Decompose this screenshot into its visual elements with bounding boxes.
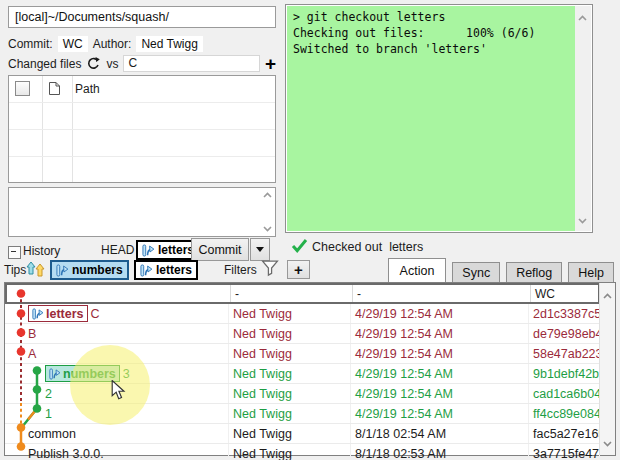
scroll-down-icon[interactable] — [262, 226, 273, 232]
working-copy-row[interactable]: - - WC — [5, 283, 600, 304]
commit-name: 2 — [45, 387, 52, 401]
wc-author: - — [231, 285, 353, 302]
add-file-button[interactable]: + — [265, 57, 276, 71]
commit-date: 4/29/19 12:54 AM — [351, 404, 529, 423]
branch-icon — [49, 368, 61, 380]
commit-date: 8/1/18 02:53 AM — [351, 444, 529, 460]
status-message: Checked out letters — [312, 240, 423, 254]
chevron-down-icon — [256, 247, 264, 252]
row-divider — [9, 156, 275, 157]
commit-hash: 2d1c3387c5 — [529, 304, 600, 323]
head-branch-name: letters — [158, 243, 194, 257]
commit-date: 4/29/19 12:54 AM — [351, 324, 529, 343]
commit-name: common — [28, 427, 76, 441]
console-line: Switched to branch 'letters' — [293, 41, 569, 57]
changed-files-table[interactable]: Path — [8, 75, 276, 183]
commit-value[interactable]: WC — [58, 36, 88, 52]
tab-help[interactable]: Help — [568, 262, 614, 282]
branch-badge[interactable]: letters — [28, 305, 88, 322]
commit-hash: fac5a27e165 — [529, 424, 600, 443]
commit-label: Commit: — [8, 37, 53, 51]
author-value[interactable]: Ned Twigg — [136, 36, 202, 52]
commit-hash: cad1ca6b04 — [529, 384, 600, 403]
wc-hash: WC — [531, 285, 602, 302]
commit-date: 8/1/18 02:54 AM — [351, 424, 529, 443]
commit-author: Ned Twigg — [229, 344, 351, 363]
commit-row[interactable]: numbers 3 Ned Twigg 4/29/19 12:54 AM 9b1… — [5, 364, 600, 384]
minus-icon — [11, 251, 16, 252]
commit-name: B — [28, 327, 36, 341]
file-status-icon — [48, 81, 61, 96]
wc-graph-cell — [7, 285, 231, 302]
commit-author: Ned Twigg — [229, 364, 351, 383]
branch-badge[interactable]: numbers — [45, 365, 120, 382]
commit-name: 3 — [123, 367, 130, 381]
branch-badge-label: numbers — [63, 367, 116, 381]
files-table-header: Path — [9, 76, 275, 101]
commit-hash: 3a7715fe475 — [529, 444, 600, 460]
console-line: > git checkout letters — [293, 9, 569, 25]
commit-row[interactable]: A Ned Twigg 4/29/19 12:54 AM 58e47ab223 — [5, 344, 600, 364]
wc-date: - — [353, 285, 531, 302]
scroll-down-icon[interactable] — [578, 213, 587, 227]
repo-path-input[interactable] — [8, 6, 276, 28]
commit-author: Ned Twigg — [229, 444, 351, 460]
tab-sync[interactable]: Sync — [452, 262, 500, 282]
row-divider — [9, 102, 275, 103]
vs-commit-field[interactable]: C — [123, 55, 260, 72]
commit-row[interactable]: common Ned Twigg 8/1/18 02:54 AM fac5a27… — [5, 424, 600, 444]
console-line: Checking out files: 100% (6/6) — [293, 25, 569, 41]
select-all-checkbox[interactable] — [15, 81, 30, 96]
scroll-up-icon[interactable] — [603, 288, 612, 302]
commit-rows: letters C Ned Twigg 4/29/19 12:54 AM 2d1… — [5, 304, 600, 460]
console-scrollbar[interactable] — [575, 6, 591, 231]
commit-row[interactable]: Publish 3.0.0. Ned Twigg 8/1/18 02:53 AM… — [5, 444, 600, 460]
changed-files-label: Changed files — [8, 57, 81, 71]
commit-hash: 9b1debf42b — [529, 364, 600, 383]
commit-message-box[interactable] — [8, 187, 276, 237]
tab-reflog[interactable]: Reflog — [506, 262, 562, 282]
commit-row[interactable]: B Ned Twigg 4/29/19 12:54 AM de79e98eb4 — [5, 324, 600, 344]
commit-author: Ned Twigg — [229, 384, 351, 403]
tab-bar: Action Sync Reflog Help — [0, 258, 614, 282]
author-label: Author: — [93, 37, 132, 51]
vs-label: vs — [106, 57, 118, 71]
commit-date: 4/29/19 12:54 AM — [351, 364, 529, 383]
tab-action[interactable]: Action — [388, 258, 447, 282]
history-table[interactable]: - - WC letters C Ned Twigg 4/29/19 12:54… — [4, 282, 616, 456]
branch-icon — [142, 244, 155, 257]
git-console[interactable]: > git checkout letters Checking out file… — [285, 4, 593, 233]
refresh-icon[interactable] — [86, 56, 101, 71]
commit-row[interactable]: 1 Ned Twigg 4/29/19 12:54 AM ff4cc89e084 — [5, 404, 600, 424]
changed-files-bar: Changed files vs C + — [8, 55, 276, 72]
head-label: HEAD — [101, 243, 134, 257]
commit-row[interactable]: letters C Ned Twigg 4/29/19 12:54 AM 2d1… — [5, 304, 600, 324]
commit-date: 4/29/19 12:54 AM — [351, 384, 529, 403]
commit-row[interactable]: 2 Ned Twigg 4/29/19 12:54 AM cad1ca6b04 — [5, 384, 600, 404]
commit-author: Ned Twigg — [229, 304, 351, 323]
scroll-up-icon[interactable] — [578, 10, 587, 24]
commit-hash: de79e98eb4 — [529, 324, 600, 343]
commit-name: Publish 3.0.0. — [28, 447, 104, 460]
commit-author: Ned Twigg — [229, 324, 351, 343]
commit-name: 1 — [45, 407, 52, 421]
row-divider — [9, 129, 275, 130]
commit-author-bar: Commit: WC Author: Ned Twigg — [8, 35, 203, 53]
branch-icon — [32, 308, 44, 320]
commit-author: Ned Twigg — [229, 404, 351, 423]
scroll-down-icon[interactable] — [603, 436, 612, 450]
history-label: History — [23, 244, 60, 258]
console-output: > git checkout letters Checking out file… — [287, 6, 575, 231]
check-icon — [291, 238, 308, 256]
git-client-window: { "repo_bar": { "path": "[local]~/Docume… — [0, 0, 620, 460]
commit-name: A — [28, 347, 36, 361]
branch-badge-label: letters — [46, 307, 84, 321]
commit-hash: 58e47ab223 — [529, 344, 600, 363]
table-scrollbar[interactable] — [599, 283, 615, 455]
path-column-header: Path — [75, 82, 100, 96]
commit-date: 4/29/19 12:54 AM — [351, 344, 529, 363]
commit-name: C — [91, 307, 100, 321]
scroll-up-icon[interactable] — [262, 192, 273, 198]
commit-date: 4/29/19 12:54 AM — [351, 304, 529, 323]
commit-hash: ff4cc89e084 — [529, 404, 600, 423]
